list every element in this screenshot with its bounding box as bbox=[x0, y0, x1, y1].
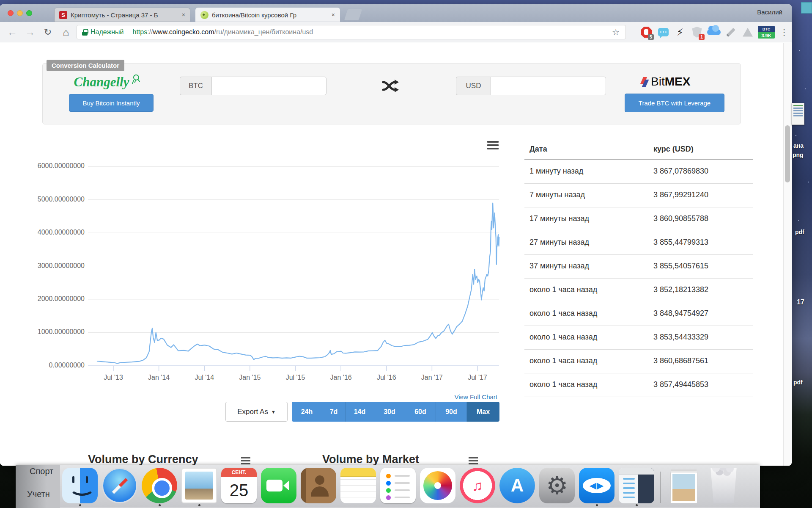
changelly-logo[interactable]: Changelly bbox=[59, 75, 156, 90]
system-preferences-app-icon: ⚙ bbox=[539, 468, 575, 503]
profile-name[interactable]: Василий bbox=[757, 8, 782, 16]
desktop-screenshot-icon[interactable] bbox=[792, 103, 804, 125]
close-window-button[interactable] bbox=[8, 10, 14, 16]
swap-currencies-icon[interactable] bbox=[382, 78, 400, 95]
time-range-buttons: 24h7d14d30d60d90dMax bbox=[292, 402, 499, 422]
y-axis-tick-label: 4000.00000000 bbox=[17, 229, 85, 236]
bitmex-logo[interactable]: BitMEX bbox=[643, 75, 690, 89]
tab-close-icon[interactable]: × bbox=[182, 11, 185, 18]
shield-extension-icon[interactable]: 1 bbox=[689, 22, 705, 42]
dock-system-preferences-icon[interactable]: ⚙ bbox=[537, 468, 577, 506]
trade-btc-button[interactable]: Trade BTC with Leverage bbox=[625, 94, 724, 112]
btc-ticker-icon: BTC 3.9K bbox=[758, 26, 775, 39]
bitcoin-price-chart[interactable] bbox=[88, 164, 500, 378]
tab-kriptomut[interactable]: S Криптомуть - Страница 37 - Б × bbox=[54, 8, 190, 22]
minimize-window-button[interactable] bbox=[17, 10, 23, 16]
drive-triangle-icon bbox=[743, 28, 753, 37]
new-tab-button[interactable] bbox=[344, 9, 362, 20]
volume-market-menu-icon[interactable] bbox=[469, 457, 478, 466]
range-button-60d[interactable]: 60d bbox=[405, 402, 436, 422]
lightning-extension-icon[interactable]: ⚡ bbox=[672, 22, 689, 42]
y-axis-tick-label: 2000.00000000 bbox=[17, 295, 85, 303]
cell-rate: 3 855,44799313 bbox=[653, 238, 708, 247]
cell-rate: 3 860,90855788 bbox=[653, 214, 708, 223]
dock-itunes-icon[interactable]: ♫ bbox=[458, 468, 497, 506]
range-button-max[interactable]: Max bbox=[467, 402, 499, 422]
back-icon[interactable]: ← bbox=[4, 22, 20, 42]
btc-ticker-extension-icon[interactable]: BTC 3.9K bbox=[756, 22, 776, 42]
usd-addon-label: USD bbox=[456, 77, 491, 95]
btc-addon-label: BTC bbox=[180, 77, 211, 95]
table-row: 17 минуты назад3 860,90855788 bbox=[524, 207, 753, 231]
bitmex-bit-text: Bit bbox=[651, 75, 665, 88]
btc-amount-input[interactable] bbox=[211, 77, 326, 95]
dock-finder-icon[interactable] bbox=[60, 468, 100, 506]
browser-toolbar: ← → ↻ ⌂ Надежный https :// www.coingecko… bbox=[0, 22, 792, 42]
range-button-14d[interactable]: 14d bbox=[346, 402, 374, 422]
dock-mail-icon[interactable] bbox=[179, 468, 219, 506]
dock-file-manager-icon[interactable] bbox=[617, 468, 656, 506]
usd-amount-input[interactable] bbox=[491, 77, 606, 95]
dock-separator bbox=[660, 472, 661, 503]
tab-coingecko-active[interactable]: биткоина/Bitcoin курсовой Гр × bbox=[195, 8, 340, 22]
cell-rate: 3 848,94754927 bbox=[653, 309, 708, 318]
teamviewer-app-icon: ◀▶ bbox=[579, 468, 614, 503]
chat-extension-icon[interactable] bbox=[655, 22, 672, 42]
dock-reminders-icon[interactable] bbox=[378, 468, 418, 506]
cell-date: около 1 часа назад bbox=[529, 380, 597, 389]
view-full-chart-link[interactable]: View Full Chart bbox=[413, 393, 497, 400]
adblock-badge: 5 bbox=[648, 34, 654, 40]
bookmark-star-icon[interactable]: ☆ bbox=[612, 27, 620, 37]
chrome-menu-icon[interactable]: ⋮ bbox=[776, 22, 792, 42]
dock-photos-icon[interactable] bbox=[418, 468, 458, 506]
secure-lock-icon bbox=[82, 29, 88, 36]
y-axis-tick-label: 6000.00000000 bbox=[17, 162, 85, 170]
coingecko-favicon bbox=[200, 11, 208, 19]
range-button-30d[interactable]: 30d bbox=[374, 402, 405, 422]
dock-photo-file-icon[interactable] bbox=[664, 472, 704, 506]
scrollbar-thumb[interactable] bbox=[785, 125, 790, 182]
buy-bitcoin-button[interactable]: Buy Bitcoin Instantly bbox=[69, 94, 154, 112]
dock-notes-icon[interactable] bbox=[338, 468, 378, 506]
page-text-uchetn: Учетн bbox=[27, 489, 50, 499]
zoom-window-button[interactable] bbox=[26, 10, 32, 16]
running-indicator-dot bbox=[159, 504, 161, 506]
scrollbar-track[interactable] bbox=[783, 43, 791, 466]
address-bar[interactable]: Надежный https :// www.coingecko.com /ru… bbox=[77, 25, 626, 39]
range-button-7d[interactable]: 7d bbox=[322, 402, 346, 422]
calendar-app-icon: СЕНТ.25 bbox=[221, 468, 257, 503]
dock-trash-icon[interactable] bbox=[704, 468, 743, 506]
range-button-90d[interactable]: 90d bbox=[436, 402, 467, 422]
dock-spacer bbox=[477, 504, 479, 506]
cell-rate: 3 855,54057615 bbox=[653, 262, 708, 271]
dock-spacer bbox=[278, 504, 280, 506]
drive-extension-icon[interactable] bbox=[739, 22, 756, 42]
reload-icon[interactable]: ↻ bbox=[40, 22, 56, 42]
home-icon[interactable]: ⌂ bbox=[58, 22, 74, 42]
tab-close-icon[interactable]: × bbox=[332, 11, 335, 18]
cloud-extension-icon[interactable] bbox=[705, 22, 722, 42]
dock-teamviewer-icon[interactable]: ◀▶ bbox=[577, 468, 617, 506]
dock: Спорт Учетн СЕНТ.25♫A⚙◀▶ bbox=[16, 465, 760, 508]
export-as-label: Export As bbox=[237, 408, 268, 416]
bitmex-mex-text: MEX bbox=[665, 75, 691, 88]
dock-contacts-icon[interactable] bbox=[299, 468, 338, 506]
range-button-24h[interactable]: 24h bbox=[292, 402, 322, 422]
security-label[interactable]: Надежный bbox=[91, 28, 123, 36]
adblock-extension-icon[interactable]: 5 bbox=[638, 22, 655, 42]
dock-calendar-icon[interactable]: СЕНТ.25 bbox=[219, 468, 259, 506]
cell-date: 37 минуты назад bbox=[529, 262, 589, 271]
desktop-icon-label: ана bbox=[793, 142, 804, 149]
dock-chrome-icon[interactable] bbox=[140, 468, 179, 506]
forward-icon[interactable]: → bbox=[22, 22, 38, 42]
volume-by-currency-heading: Volume by Currency bbox=[88, 453, 198, 466]
dock-facetime-icon[interactable] bbox=[259, 468, 299, 506]
desktop-icon-label: png bbox=[793, 152, 804, 158]
pen-extension-icon[interactable] bbox=[722, 22, 739, 42]
export-as-button[interactable]: Export As ▼ bbox=[225, 402, 288, 422]
volume-currency-menu-icon[interactable] bbox=[241, 457, 250, 466]
url-path: /ru/динамика_цен/биткоина/usd bbox=[214, 28, 313, 36]
dock-safari-icon[interactable] bbox=[100, 468, 140, 506]
chart-menu-icon[interactable] bbox=[487, 141, 499, 151]
dock-app-store-icon[interactable]: A bbox=[497, 468, 537, 506]
